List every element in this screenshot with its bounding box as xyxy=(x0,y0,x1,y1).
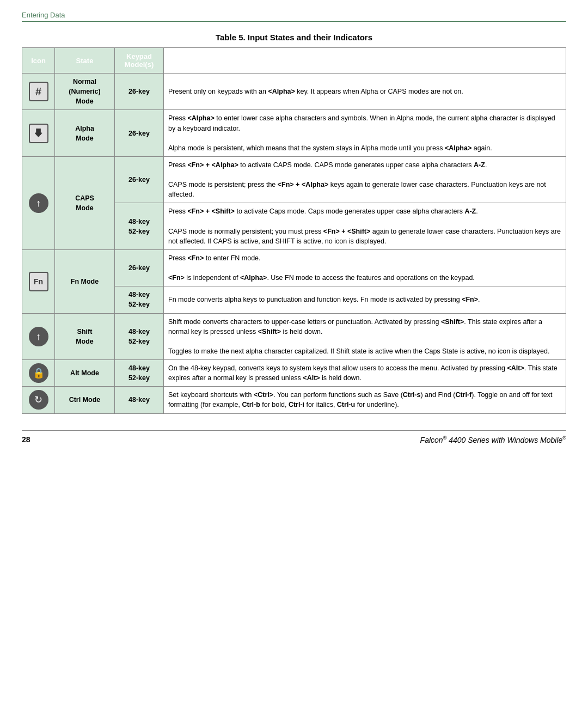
keypad-alpha: 26-key xyxy=(115,110,164,157)
table-title: Table 5. Input States and their Indicato… xyxy=(22,33,566,42)
state-normal: Normal(Numeric)Mode xyxy=(55,74,115,110)
col-header-function: Function xyxy=(164,48,566,74)
state-fn: Fn Mode xyxy=(55,249,115,313)
keypad-fn-48-52: 48-key52-key xyxy=(115,286,164,313)
keypad-alt: 48-key52-key xyxy=(115,360,164,387)
col-header-keypad: KeypadModel(s) xyxy=(115,48,164,74)
icon-alpha: 🡇 xyxy=(22,110,55,157)
table-row: ↻ Ctrl Mode 48-key Set keyboard shortcut… xyxy=(22,387,566,413)
icon-alt: 🔒 xyxy=(22,360,55,387)
hash-icon: # xyxy=(29,82,48,101)
ctrl-icon: ↻ xyxy=(29,390,48,410)
table-row: Fn Fn Mode 26-key Press <Fn> to enter FN… xyxy=(22,249,566,286)
header-text: Entering Data xyxy=(22,11,566,22)
function-ctrl: Set keyboard shortcuts with <Ctrl>. You … xyxy=(164,387,566,413)
keypad-caps-26: 26-key xyxy=(115,156,164,203)
icon-fn: Fn xyxy=(22,249,55,313)
col-header-state: State xyxy=(55,48,115,74)
state-alt: Alt Mode xyxy=(55,360,115,387)
state-shift: ShiftMode xyxy=(55,313,115,360)
alt-icon: 🔒 xyxy=(29,363,48,383)
input-states-table: Icon State KeypadModel(s) Function # Nor… xyxy=(22,47,566,414)
function-fn-26: Press <Fn> to enter FN mode. <Fn> is ind… xyxy=(164,249,566,286)
footer-page-number: 28 xyxy=(22,435,30,444)
table-row: # Normal(Numeric)Mode 26-key Present onl… xyxy=(22,74,566,110)
footer-sup1: ® xyxy=(443,435,447,441)
keypad-normal: 26-key xyxy=(115,74,164,110)
footer-sup2: ® xyxy=(562,435,566,441)
page-header: Entering Data xyxy=(22,11,566,22)
keypad-shift: 48-key52-key xyxy=(115,313,164,360)
function-caps-26: Press <Fn> + <Alpha> to activate CAPS mo… xyxy=(164,156,566,203)
table-row: ↑ CAPSMode 26-key Press <Fn> + <Alpha> t… xyxy=(22,156,566,203)
fn-icon: Fn xyxy=(29,272,48,291)
function-caps-48-52: Press <Fn> + <Shift> to activate Caps mo… xyxy=(164,203,566,250)
table-row: ↑ ShiftMode 48-key52-key Shift mode conv… xyxy=(22,313,566,360)
state-ctrl: Ctrl Mode xyxy=(55,387,115,413)
icon-normal: # xyxy=(22,74,55,110)
function-normal: Present only on keypads with an <Alpha> … xyxy=(164,74,566,110)
keypad-caps-48-52: 48-key52-key xyxy=(115,203,164,250)
page-footer: 28 Falcon® 4400 Series with Windows Mobi… xyxy=(22,430,566,444)
keypad-fn-26: 26-key xyxy=(115,249,164,286)
state-caps: CAPSMode xyxy=(55,156,115,249)
footer-title: Falcon® 4400 Series with Windows Mobile® xyxy=(420,435,566,444)
state-alpha: AlphaMode xyxy=(55,110,115,157)
function-fn-48-52: Fn mode converts alpha keys to punctuati… xyxy=(164,286,566,313)
icon-shift: ↑ xyxy=(22,313,55,360)
icon-caps: ↑ xyxy=(22,156,55,249)
table-header-row: Icon State KeypadModel(s) Function xyxy=(22,48,566,74)
function-alt: On the 48-key keypad, converts keys to s… xyxy=(164,360,566,387)
footer-product-name: Falcon xyxy=(420,435,443,444)
table-row: 🔒 Alt Mode 48-key52-key On the 48-key ke… xyxy=(22,360,566,387)
function-shift: Shift mode converts characters to upper-… xyxy=(164,313,566,360)
table-row: 🡇 AlphaMode 26-key Press <Alpha> to ente… xyxy=(22,110,566,157)
alpha-icon: 🡇 xyxy=(29,124,48,143)
footer-product-rest: 4400 Series with Windows Mobile xyxy=(449,435,562,444)
function-alpha: Press <Alpha> to enter lower case alpha … xyxy=(164,110,566,157)
col-header-icon: Icon xyxy=(22,48,55,74)
shift-icon: ↑ xyxy=(29,327,48,346)
keypad-ctrl: 48-key xyxy=(115,387,164,413)
caps-icon: ↑ xyxy=(29,193,48,213)
icon-ctrl: ↻ xyxy=(22,387,55,413)
